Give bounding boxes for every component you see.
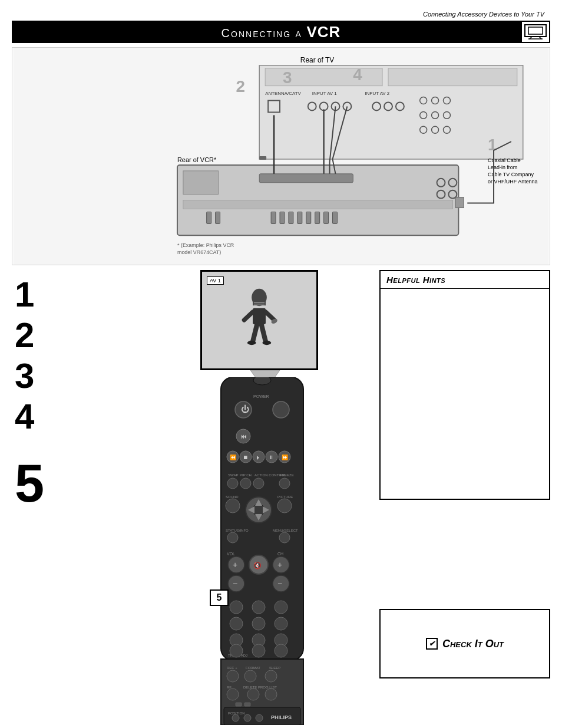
- svg-point-75: [253, 377, 271, 385]
- svg-point-112: [227, 532, 238, 543]
- svg-text:+: +: [277, 560, 282, 569]
- svg-text:VOL: VOL: [227, 552, 235, 556]
- svg-text:⏹: ⏹: [243, 454, 248, 460]
- svg-text:⏸: ⏸: [269, 454, 274, 460]
- helpful-hints-box: Helpful Hints: [379, 270, 550, 500]
- title-bar: Connecting a VCR: [12, 21, 550, 43]
- player-silhouette: [236, 288, 283, 353]
- svg-rect-51: [271, 212, 276, 223]
- svg-point-138: [275, 644, 287, 657]
- svg-point-113: [279, 532, 290, 543]
- svg-rect-54: [297, 212, 302, 223]
- svg-point-136: [230, 644, 243, 657]
- check-it-out-box: ✔ Check It Out: [379, 609, 550, 678]
- svg-point-99: [279, 478, 290, 489]
- svg-rect-49: [207, 212, 211, 223]
- svg-rect-151: [236, 703, 242, 706]
- svg-line-66: [244, 312, 253, 320]
- svg-text:Coaxial Cable: Coaxial Cable: [488, 157, 521, 163]
- svg-text:FREEZE: FREEZE: [280, 473, 294, 477]
- step-number-2: 2: [15, 315, 44, 355]
- page-title: Connecting a VCR: [222, 23, 341, 41]
- svg-rect-65: [253, 308, 266, 325]
- svg-point-129: [230, 617, 243, 630]
- title-bar-icon: [521, 21, 550, 43]
- svg-point-103: [277, 499, 292, 513]
- svg-point-79: [273, 401, 289, 418]
- svg-text:⏪: ⏪: [230, 454, 237, 461]
- svg-rect-36: [183, 200, 453, 209]
- step5-box-label: 5: [210, 589, 229, 606]
- svg-text:1: 1: [488, 136, 497, 154]
- svg-point-127: [252, 601, 265, 614]
- svg-text:Lead-in from: Lead-in from: [488, 164, 517, 170]
- svg-text:Rear of VCR*: Rear of VCR*: [177, 156, 217, 163]
- svg-text:4: 4: [353, 65, 362, 84]
- svg-text:⏩: ⏩: [282, 454, 289, 461]
- svg-point-143: [227, 670, 239, 682]
- step-number-3: 3: [15, 355, 44, 396]
- svg-rect-1: [528, 27, 543, 34]
- svg-line-69: [253, 324, 257, 341]
- svg-line-67: [266, 312, 275, 320]
- svg-point-148: [227, 689, 239, 700]
- svg-text:PICTURE: PICTURE: [277, 495, 293, 499]
- svg-rect-55: [306, 212, 311, 223]
- svg-text:CH: CH: [277, 552, 283, 556]
- svg-text:MENU/SELECT: MENU/SELECT: [273, 529, 298, 532]
- tv-preview-box: AV 1: [200, 270, 318, 370]
- svg-point-144: [244, 670, 256, 682]
- svg-text:⏵: ⏵: [256, 454, 261, 460]
- page-subtitle: Connecting Accessory Devices to Your TV: [423, 11, 544, 18]
- svg-rect-48: [259, 156, 266, 160]
- svg-point-150: [265, 689, 277, 700]
- svg-rect-152: [244, 703, 250, 706]
- svg-point-145: [265, 670, 277, 682]
- svg-point-131: [275, 617, 287, 630]
- svg-rect-58: [333, 212, 338, 223]
- svg-text:SWAP: SWAP: [228, 473, 238, 477]
- svg-text:⏮: ⏮: [240, 433, 247, 440]
- svg-text:ANTENNA/CATV: ANTENNA/CATV: [265, 91, 301, 96]
- svg-rect-35: [183, 171, 219, 195]
- svg-point-137: [252, 644, 265, 657]
- svg-rect-57: [324, 212, 329, 223]
- svg-rect-42: [455, 197, 464, 208]
- step-numbers-container: 1 2 3 4 5: [15, 274, 44, 513]
- svg-text:3: 3: [283, 68, 292, 87]
- check-icon: ✔: [426, 638, 438, 650]
- svg-rect-56: [315, 212, 320, 223]
- svg-line-70: [262, 324, 266, 341]
- svg-text:FORMAT: FORMAT: [246, 666, 260, 670]
- svg-text:POWER: POWER: [253, 394, 269, 398]
- tv-screen: AV 1: [202, 272, 316, 368]
- svg-text:PHILIPS: PHILIPS: [271, 714, 292, 720]
- svg-rect-52: [280, 212, 285, 223]
- svg-point-71: [247, 341, 256, 345]
- svg-text:⏻: ⏻: [241, 404, 249, 414]
- svg-point-128: [275, 601, 287, 614]
- svg-point-96: [227, 478, 238, 489]
- svg-text:model VR674CAT): model VR674CAT): [177, 249, 221, 255]
- helpful-hints-title: Helpful Hints: [381, 271, 549, 289]
- rear-tv-label: Rear of TV: [300, 56, 334, 64]
- step-number-4: 4: [15, 396, 44, 437]
- svg-text:🔇: 🔇: [253, 561, 262, 569]
- helpful-hints-content: [381, 289, 549, 298]
- svg-point-155: [232, 714, 239, 722]
- svg-text:INPUT AV 2: INPUT AV 2: [365, 91, 390, 96]
- svg-text:or VHF/UHF Antenna: or VHF/UHF Antenna: [488, 179, 537, 185]
- svg-text:Cable TV Company: Cable TV Company: [488, 172, 534, 177]
- svg-text:INPUT AV 1: INPUT AV 1: [312, 91, 338, 96]
- svg-point-157: [256, 714, 263, 722]
- svg-text:−: −: [233, 579, 237, 588]
- svg-point-102: [226, 499, 240, 513]
- svg-point-98: [253, 478, 264, 489]
- svg-text:SLEEP: SLEEP: [269, 666, 280, 670]
- svg-text:−: −: [277, 579, 282, 588]
- svg-text:STATUS/INFO: STATUS/INFO: [226, 529, 249, 532]
- svg-text:2: 2: [236, 77, 244, 95]
- svg-rect-50: [216, 212, 220, 223]
- svg-rect-53: [289, 212, 293, 223]
- svg-text:REC +: REC +: [227, 666, 237, 670]
